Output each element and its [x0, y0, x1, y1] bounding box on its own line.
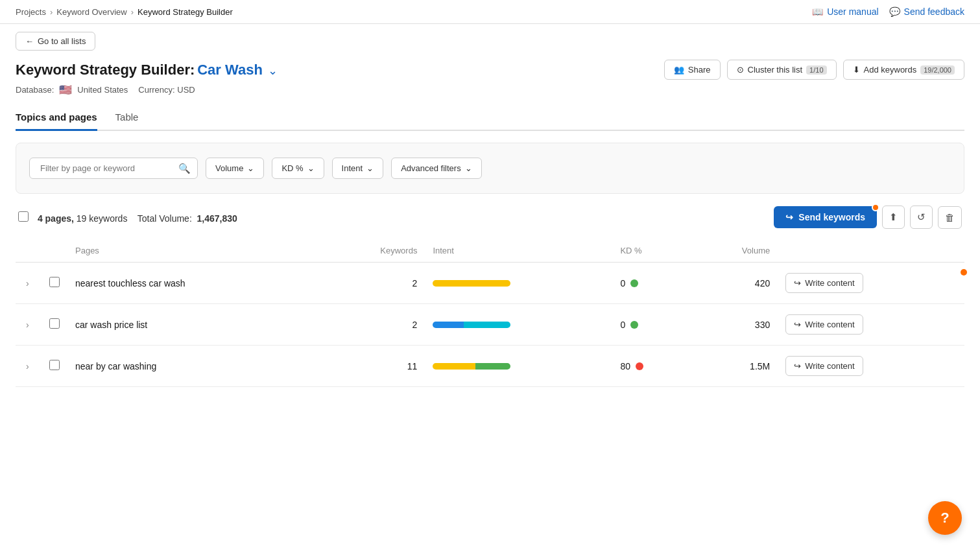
row-checkbox[interactable] [49, 318, 60, 329]
intent-filter[interactable]: Intent ⌄ [332, 158, 384, 179]
list-name: Car Wash [197, 62, 263, 78]
breadcrumb-sep-2: › [131, 7, 134, 17]
tabs: Topics and pages Table [16, 105, 964, 131]
keywords-cell: 2 [320, 263, 425, 304]
row-expand-cell: › [16, 304, 42, 346]
tab-topics-pages[interactable]: Topics and pages [16, 105, 97, 131]
search-input[interactable] [36, 158, 178, 178]
user-manual-link[interactable]: 📖 User manual [812, 6, 878, 17]
kd-filter[interactable]: KD % ⌄ [272, 158, 324, 179]
meta-row: Database: 🇺🇸 United States Currency: USD [16, 84, 964, 96]
page-name-cell: car wash price list [67, 304, 320, 346]
search-box: 🔍 [29, 158, 198, 179]
breadcrumb-current: Keyword Strategy Builder [137, 7, 233, 17]
header-row: Keyword Strategy Builder: Car Wash ⌄ 👥 S… [16, 60, 964, 80]
th-volume: Volume [690, 239, 778, 263]
add-keywords-button[interactable]: ⬇ Add keywords 19/2,000 [843, 60, 964, 80]
write-btn-notif-dot [961, 269, 967, 276]
row-checkbox[interactable] [49, 360, 60, 370]
row-checkbox-cell [42, 263, 67, 304]
write-icon: ↪ [794, 320, 801, 329]
message-icon: 💬 [889, 6, 900, 17]
row-checkbox-cell [42, 346, 67, 387]
back-button[interactable]: ← Go to all lists [16, 32, 95, 51]
kd-cell: 0 [612, 304, 690, 346]
write-content-button[interactable]: ↪ Write content [785, 356, 863, 376]
chevron-down-icon[interactable]: ⌄ [268, 64, 278, 77]
chevron-down-icon: ⌄ [247, 163, 254, 173]
tab-table[interactable]: Table [115, 105, 139, 131]
select-all-checkbox[interactable] [18, 211, 29, 222]
breadcrumb-keyword-overview[interactable]: Keyword Overview [56, 7, 126, 17]
chevron-down-icon: ⌄ [366, 163, 374, 173]
send-icon: ↪ [785, 212, 793, 222]
expand-icon[interactable]: › [23, 359, 32, 374]
flag-icon: 🇺🇸 [59, 84, 72, 96]
top-right-actions: 📖 User manual 💬 Send feedback [812, 6, 964, 17]
send-keywords-button[interactable]: ↪ Send keywords [774, 206, 877, 228]
chevron-down-icon: ⌄ [307, 163, 315, 173]
page-name-cell: near by car washing [67, 346, 320, 387]
write-content-button[interactable]: ↪ Write content [785, 314, 863, 335]
breadcrumb: Projects › Keyword Overview › Keyword St… [16, 7, 233, 17]
cluster-badge: 1/10 [806, 65, 826, 75]
expand-icon[interactable]: › [23, 276, 32, 291]
table-row: › near by car washing 11 80 1.5M ↪ Write… [16, 346, 964, 387]
row-expand-cell: › [16, 263, 42, 304]
top-bar: Projects › Keyword Overview › Keyword St… [0, 0, 980, 24]
add-icon: ⬇ [853, 65, 860, 75]
th-intent: Intent [425, 239, 612, 263]
write-content-cell: ↪ Write content [778, 263, 964, 304]
write-content-cell: ↪ Write content [778, 304, 964, 346]
header-actions: 👥 Share ⊙ Cluster this list 1/10 ⬇ Add k… [664, 60, 964, 80]
add-keywords-badge: 19/2,000 [920, 65, 955, 75]
upload-button[interactable]: ⬆ [882, 206, 905, 229]
data-table: Pages Keywords Intent KD % Volume › near… [16, 239, 964, 387]
kd-cell: 80 [612, 346, 690, 387]
refresh-button[interactable]: ↺ [910, 206, 933, 229]
row-checkbox[interactable] [49, 277, 60, 287]
th-actions [778, 239, 964, 263]
write-icon: ↪ [794, 361, 801, 371]
arrow-left-icon: ← [25, 36, 34, 46]
page-content: ← Go to all lists Keyword Strategy Build… [0, 24, 980, 387]
notification-dot [872, 204, 879, 211]
table-row: › car wash price list 2 0 330 ↪ Write co… [16, 304, 964, 346]
row-expand-cell: › [16, 346, 42, 387]
summary-text: 4 pages, 19 keywords Total Volume: 1,467… [18, 211, 237, 224]
page-title: Keyword Strategy Builder: Car Wash ⌄ [16, 62, 278, 78]
th-expand [16, 239, 42, 263]
filter-bar: 🔍 Volume ⌄ KD % ⌄ Intent ⌄ Advanced filt… [16, 143, 964, 194]
upload-icon: ⬆ [889, 211, 898, 223]
volume-cell: 1.5M [690, 346, 778, 387]
intent-cell [425, 263, 612, 304]
volume-cell: 330 [690, 304, 778, 346]
cluster-list-button[interactable]: ⊙ Cluster this list 1/10 [727, 60, 837, 80]
intent-cell [425, 304, 612, 346]
share-icon: 👥 [674, 65, 684, 75]
delete-button[interactable]: 🗑 [938, 206, 962, 229]
send-feedback-link[interactable]: 💬 Send feedback [889, 6, 964, 17]
write-content-cell: ↪ Write content [778, 346, 964, 387]
book-icon: 📖 [812, 6, 823, 17]
breadcrumb-projects[interactable]: Projects [16, 7, 46, 17]
share-button[interactable]: 👥 Share [664, 60, 721, 80]
row-checkbox-cell [42, 304, 67, 346]
th-kd: KD % [612, 239, 690, 263]
keywords-cell: 2 [320, 304, 425, 346]
search-icon: 🔍 [178, 163, 191, 174]
advanced-filters[interactable]: Advanced filters ⌄ [391, 158, 482, 179]
chevron-down-icon: ⌄ [465, 163, 472, 173]
page-name-cell: nearest touchless car wash [67, 263, 320, 304]
write-content-button[interactable]: ↪ Write content [785, 273, 863, 293]
table-row: › nearest touchless car wash 2 0 420 ↪ W… [16, 263, 964, 304]
trash-icon: 🗑 [945, 212, 955, 223]
th-pages: Pages [67, 239, 320, 263]
kd-cell: 0 [612, 263, 690, 304]
intent-cell [425, 346, 612, 387]
th-keywords: Keywords [320, 239, 425, 263]
summary-actions: ↪ Send keywords ⬆ ↺ 🗑 [774, 206, 962, 229]
volume-filter[interactable]: Volume ⌄ [206, 158, 264, 179]
summary-row: 4 pages, 19 keywords Total Volume: 1,467… [16, 206, 964, 229]
expand-icon[interactable]: › [23, 317, 32, 333]
